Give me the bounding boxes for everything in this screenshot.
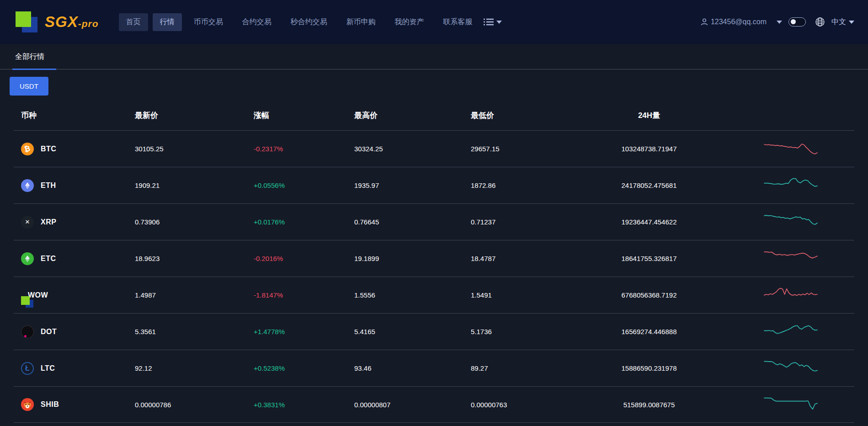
nav-item-6[interactable]: 我的资产: [388, 13, 431, 31]
coin-icon: [21, 179, 34, 192]
brand-suffix: -pro: [78, 18, 99, 29]
market-row-eth[interactable]: ETH 1909.21 +0.0556% 1935.97 1872.86 241…: [14, 167, 854, 203]
coin-icon: Ł: [21, 362, 34, 375]
header-right: 123456@qq.com 中文: [700, 17, 854, 27]
low-price: 5.1736: [471, 328, 590, 335]
top-header: SGX-pro 首页行情币币交易合约交易秒合约交易新币申购我的资产联系客服 12…: [0, 0, 868, 44]
coin-symbol: LTC: [41, 364, 55, 373]
account-chevron-down-icon[interactable]: [777, 21, 782, 24]
globe-icon: [815, 17, 825, 27]
last-price: 0.00000786: [135, 401, 254, 409]
theme-toggle[interactable]: [788, 17, 806, 27]
market-table-body: ₿ BTC 30105.25 -0.2317% 30324.25 29657.1…: [14, 130, 854, 423]
language-selector[interactable]: 中文: [831, 17, 854, 27]
sparkline-chart: [763, 176, 818, 195]
market-row-ltc[interactable]: Ł LTC 92.12 +0.5238% 93.46 89.27 1588659…: [14, 350, 854, 386]
theme-toggle-knob: [791, 19, 796, 24]
list-icon: [484, 18, 494, 26]
last-price: 18.9623: [135, 255, 254, 262]
user-icon: [700, 18, 708, 26]
last-price: 1909.21: [135, 181, 254, 189]
nav-more-menu[interactable]: [484, 18, 502, 26]
coin-icon: [21, 252, 34, 265]
tab-all-markets[interactable]: 全部行情: [15, 52, 44, 69]
sparkline-chart: [763, 212, 818, 232]
coin-symbol: XRP: [41, 218, 56, 226]
volume-24h: 103248738.71947: [590, 145, 708, 153]
col-header-price: 最新价: [135, 110, 254, 121]
coin-symbol: ETH: [41, 181, 56, 190]
high-price: 30324.25: [354, 145, 471, 153]
coin-icon: ₿: [21, 143, 34, 155]
brand-logo-icon: [16, 11, 38, 32]
language-label: 中文: [831, 17, 846, 27]
col-header-change: 涨幅: [254, 110, 354, 121]
low-price: 0.00000763: [471, 401, 590, 409]
high-price: 5.4165: [354, 328, 471, 335]
high-price: 1935.97: [354, 181, 471, 189]
last-price: 1.4987: [135, 291, 254, 299]
tab-all-markets-label: 全部行情: [15, 53, 44, 60]
low-price: 1872.86: [471, 181, 590, 189]
market-row-wow[interactable]: WOW 1.4987 -1.8147% 1.5556 1.5491 676805…: [14, 277, 854, 313]
market-tabbar: 全部行情: [0, 44, 868, 69]
last-price: 30105.25: [135, 145, 254, 153]
high-price: 0.00000807: [354, 401, 471, 409]
nav-item-3[interactable]: 合约交易: [235, 13, 279, 31]
sparkline-chart: [763, 139, 818, 159]
change-percent: -0.2016%: [254, 255, 354, 262]
change-percent: +1.4778%: [254, 328, 354, 335]
market-row-xrp[interactable]: ✕ XRP 0.73906 +0.0176% 0.76645 0.71237 1…: [14, 203, 854, 240]
last-price: 0.73906: [135, 218, 254, 226]
low-price: 89.27: [471, 364, 590, 372]
market-row-btc[interactable]: ₿ BTC 30105.25 -0.2317% 30324.25 29657.1…: [14, 130, 854, 167]
change-percent: -0.2317%: [254, 145, 354, 153]
quote-filterbar: USDT: [0, 69, 868, 96]
nav-item-5[interactable]: 新币申购: [339, 13, 383, 31]
nav-item-2[interactable]: 币币交易: [186, 13, 230, 31]
last-price: 92.12: [135, 364, 254, 372]
brand-logo[interactable]: SGX-pro: [16, 11, 99, 32]
coin-icon: ✕: [21, 216, 34, 229]
nav-item-0[interactable]: 首页: [119, 13, 148, 31]
low-price: 18.4787: [471, 255, 590, 262]
coin-symbol: BTC: [41, 145, 56, 153]
nav-item-7[interactable]: 联系客服: [436, 13, 480, 31]
brand-name: SGX: [45, 13, 78, 30]
low-price: 1.5491: [471, 291, 590, 299]
coin-symbol: DOT: [41, 328, 57, 336]
nav-item-4[interactable]: 秒合约交易: [283, 13, 335, 31]
high-price: 0.76645: [354, 218, 471, 226]
change-percent: -1.8147%: [254, 291, 354, 299]
low-price: 29657.15: [471, 145, 590, 153]
volume-24h: 515899.0087675: [590, 401, 708, 409]
brand-logo-text: SGX-pro: [45, 13, 99, 31]
high-price: 19.1899: [354, 255, 471, 262]
market-row-dot[interactable]: DOT 5.3561 +1.4778% 5.4165 5.1736 165692…: [14, 313, 854, 350]
account-email: 123456@qq.com: [711, 18, 767, 26]
volume-24h: 18641755.326817: [590, 255, 708, 262]
volume-24h: 16569274.446888: [590, 328, 708, 335]
change-percent: +0.5238%: [254, 364, 354, 372]
nav-item-1[interactable]: 行情: [153, 13, 182, 31]
col-header-volume: 24H量: [590, 110, 708, 121]
high-price: 93.46: [354, 364, 471, 372]
change-percent: +0.0176%: [254, 218, 354, 226]
market-table: 币种 最新价 涨幅 最高价 最低价 24H量 ₿ BTC 30105.25 -0…: [0, 100, 868, 423]
col-header-high: 最高价: [354, 110, 471, 121]
sparkline-chart: [763, 358, 818, 378]
market-row-etc[interactable]: ETC 18.9623 -0.2016% 19.1899 18.4787 186…: [14, 240, 854, 277]
col-header-coin: 币种: [14, 110, 135, 121]
sparkline-chart: [763, 395, 818, 415]
coin-icon: [21, 398, 34, 411]
account-menu[interactable]: 123456@qq.com: [700, 18, 767, 26]
volume-24h: 6768056368.7192: [590, 291, 708, 299]
usdt-filter-button[interactable]: USDT: [10, 77, 48, 96]
sparkline-chart: [763, 249, 818, 268]
last-price: 5.3561: [135, 328, 254, 335]
market-row-shib[interactable]: SHIB 0.00000786 +0.3831% 0.00000807 0.00…: [14, 386, 854, 423]
low-price: 0.71237: [471, 218, 590, 226]
volume-24h: 19236447.454622: [590, 218, 708, 226]
change-percent: +0.3831%: [254, 401, 354, 409]
market-table-header: 币种 最新价 涨幅 最高价 最低价 24H量: [14, 100, 854, 130]
